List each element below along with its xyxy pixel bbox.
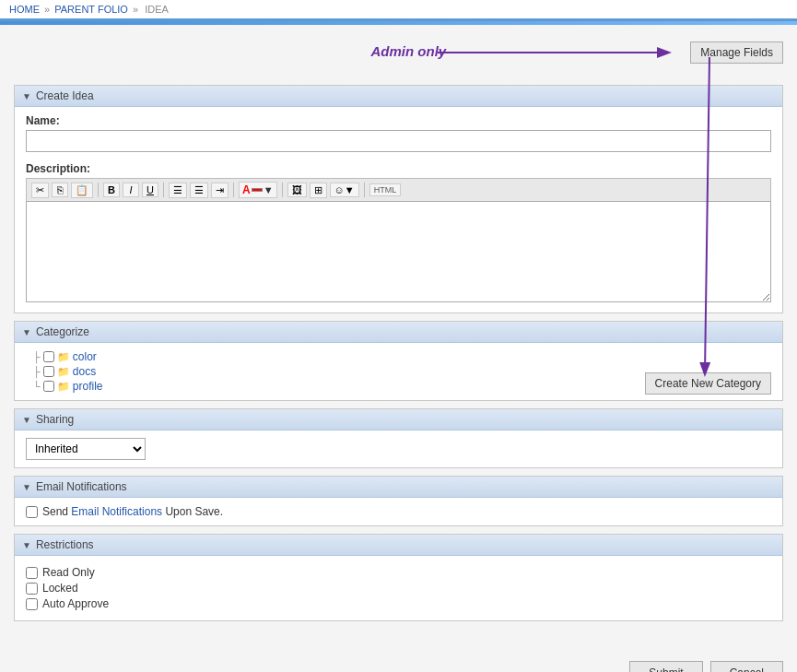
description-label: Description: — [26, 162, 771, 175]
restriction-locked: Locked — [26, 582, 771, 595]
tree-item-color: ├ 📁 color — [26, 350, 645, 363]
rte-toolbar: ✂ ⎘ 📋 B I U ☰ ☰ ⇥ A ▼ 🖼 ⊞ — [26, 178, 771, 201]
collapse-icon[interactable]: ▼ — [22, 91, 31, 101]
sharing-header: ▼ Sharing — [15, 409, 782, 430]
submit-button[interactable]: Submit — [629, 661, 702, 672]
sharing-collapse-icon[interactable]: ▼ — [22, 415, 31, 425]
email-collapse-icon[interactable]: ▼ — [22, 482, 31, 492]
email-notifications-body: Send Email Notifications Upon Save. — [15, 498, 782, 525]
tree-item-docs: ├ 📁 docs — [26, 365, 645, 378]
separator5 — [364, 183, 365, 197]
bottom-buttons: Submit Cancel — [0, 652, 797, 672]
copy-button[interactable]: ⎘ — [52, 183, 68, 197]
categorize-header: ▼ Categorize — [15, 322, 782, 343]
name-input[interactable] — [26, 130, 771, 152]
color-a-icon: A — [242, 183, 251, 196]
readonly-label: Read Only — [42, 566, 95, 579]
main-content: Admin only Manage Fields ▼ Create Idea N… — [0, 25, 797, 652]
email-checkbox-label: Send Email Notifications Upon Save. — [26, 505, 771, 518]
category-tree: ├ 📁 color ├ 📁 docs └ 📁 profile — [26, 348, 645, 395]
create-idea-section: ▼ Create Idea Name: Description: ✂ ⎘ 📋 B… — [14, 85, 783, 313]
locked-checkbox[interactable] — [26, 583, 38, 595]
tree-item-profile: └ 📁 profile — [26, 380, 645, 393]
categorize-collapse-icon[interactable]: ▼ — [22, 327, 31, 337]
email-label-text: Send Email Notifications Upon Save. — [42, 505, 223, 518]
image-button[interactable]: 🖼 — [287, 183, 307, 197]
description-textarea[interactable] — [26, 201, 771, 302]
sharing-section: ▼ Sharing Inherited Public Private — [14, 408, 783, 468]
tree-line2: ├ — [33, 366, 41, 377]
color-dropdown-icon[interactable]: ▼ — [264, 184, 274, 195]
sharing-title: Sharing — [36, 413, 74, 426]
category-docs-label[interactable]: docs — [73, 365, 96, 378]
separator3 — [233, 183, 234, 197]
folder-color-icon: 📁 — [57, 351, 70, 363]
categorize-title: Categorize — [36, 325, 89, 338]
html-button[interactable]: HTML — [369, 183, 402, 196]
ul-button[interactable]: ☰ — [169, 183, 187, 198]
bold-button[interactable]: B — [103, 183, 120, 197]
email-notifications-checkbox[interactable] — [26, 506, 38, 518]
italic-button[interactable]: I — [123, 183, 139, 197]
breadcrumb-parent[interactable]: PARENT FOLIO — [54, 4, 128, 15]
color-button[interactable]: A ▼ — [239, 182, 277, 198]
separator1 — [98, 183, 99, 197]
underline-button[interactable]: U — [142, 183, 158, 197]
name-label: Name: — [26, 114, 771, 127]
category-color-label[interactable]: color — [73, 350, 97, 363]
email-notifications-header: ▼ Email Notifications — [15, 477, 782, 498]
locked-label: Locked — [42, 582, 78, 595]
email-notifications-title: Email Notifications — [36, 480, 127, 493]
email-link[interactable]: Email Notifications — [71, 505, 162, 518]
tree-line: ├ — [33, 351, 41, 362]
emoticon-button[interactable]: ☺▼ — [330, 183, 359, 197]
admin-annotation-container: Admin only Manage Fields — [14, 34, 783, 85]
paste-button[interactable]: 📋 — [71, 183, 93, 198]
restrictions-title: Restrictions — [36, 538, 94, 551]
color-bar — [252, 188, 263, 192]
category-docs-checkbox[interactable] — [43, 366, 54, 377]
sharing-select[interactable]: Inherited Public Private — [26, 438, 146, 460]
cut-button[interactable]: ✂ — [31, 183, 49, 198]
autoapprove-label: Auto Approve — [42, 597, 109, 610]
create-new-category-button[interactable]: Create New Category — [645, 372, 771, 395]
ol-button[interactable]: ☰ — [190, 183, 208, 198]
folder-docs-icon: 📁 — [57, 366, 70, 378]
sharing-body: Inherited Public Private — [15, 430, 782, 467]
create-idea-header: ▼ Create Idea — [15, 86, 782, 107]
restrictions-body: Read Only Locked Auto Approve — [15, 556, 782, 620]
cancel-button[interactable]: Cancel — [710, 661, 783, 672]
category-profile-label[interactable]: profile — [73, 380, 103, 393]
email-notifications-section: ▼ Email Notifications Send Email Notific… — [14, 476, 783, 526]
restrictions-collapse-icon[interactable]: ▼ — [22, 540, 31, 550]
breadcrumb-home[interactable]: HOME — [9, 4, 40, 15]
restriction-readonly: Read Only — [26, 566, 771, 579]
readonly-checkbox[interactable] — [26, 567, 38, 579]
separator4 — [282, 183, 283, 197]
breadcrumb: HOME » PARENT FOLIO » IDEA — [0, 0, 797, 21]
admin-only-label: Admin only — [371, 43, 447, 59]
table-button[interactable]: ⊞ — [310, 183, 327, 198]
manage-fields-button[interactable]: Manage Fields — [690, 41, 783, 64]
categorize-body: ├ 📁 color ├ 📁 docs └ 📁 profile — [15, 343, 782, 400]
category-profile-checkbox[interactable] — [43, 381, 54, 392]
restriction-autoapprove: Auto Approve — [26, 597, 771, 610]
autoapprove-checkbox[interactable] — [26, 598, 38, 610]
folder-profile-icon: 📁 — [57, 381, 70, 393]
create-idea-body: Name: Description: ✂ ⎘ 📋 B I U ☰ ☰ ⇥ A — [15, 107, 782, 312]
tree-line3: └ — [33, 381, 41, 392]
indent-button[interactable]: ⇥ — [211, 183, 229, 198]
breadcrumb-current: IDEA — [145, 4, 169, 15]
category-color-checkbox[interactable] — [43, 351, 54, 362]
create-idea-title: Create Idea — [36, 89, 94, 102]
restrictions-header: ▼ Restrictions — [15, 535, 782, 556]
restrictions-section: ▼ Restrictions Read Only Locked Auto App… — [14, 534, 783, 621]
categorize-section: ▼ Categorize ├ 📁 color ├ 📁 docs └ — [14, 321, 783, 401]
separator2 — [163, 183, 164, 197]
